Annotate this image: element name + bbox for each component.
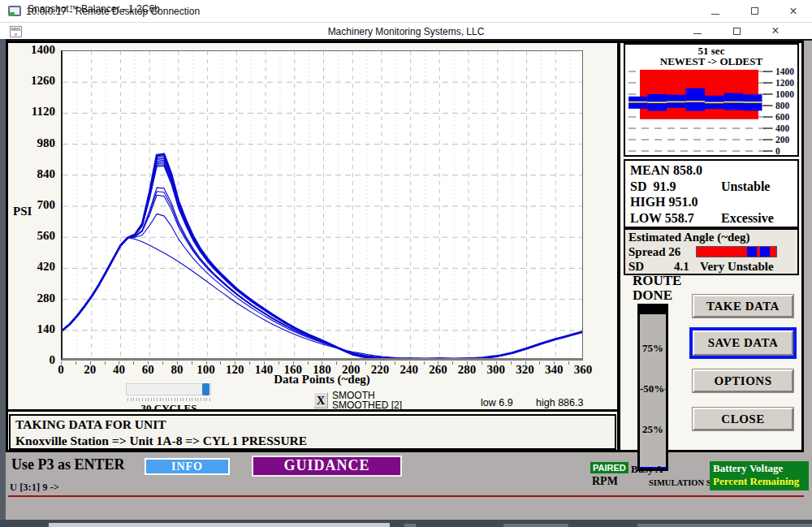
taskbar-item[interactable] xyxy=(404,524,416,527)
percent-remaining-label: Percent Remaining xyxy=(713,475,806,488)
slider-tick-marks xyxy=(127,398,211,401)
app-minimize-button[interactable] xyxy=(685,23,710,39)
panel-divider xyxy=(617,41,620,452)
guidance-button[interactable]: GUIDANCE xyxy=(252,456,402,477)
y-tick-label: 420 xyxy=(0,260,55,274)
enter-hint: Use P3 as ENTER xyxy=(11,456,125,473)
history-direction: NEWEST -> OLDEST xyxy=(624,55,799,68)
taskbar-item[interactable] xyxy=(637,524,812,527)
pressure-trace xyxy=(63,165,583,359)
pressure-trace xyxy=(63,163,583,359)
angle-status: Very Unstable xyxy=(700,259,774,274)
stat-sd: SD 91.9 Unstable xyxy=(630,179,797,195)
close-button[interactable]: CLOSE xyxy=(693,408,793,430)
smooth-labels: SMOOTH SMOOTHED [2] xyxy=(332,391,402,410)
paired-badge: PAIRED xyxy=(590,462,628,473)
y-tick-label: 980 xyxy=(0,136,55,150)
route-progress-bar: 75% -50%- 25% xyxy=(637,304,668,471)
route-done-label: ROUTE DONE xyxy=(633,274,681,303)
hist-tick-label: 1200 xyxy=(775,78,794,88)
route-75-label: 75% xyxy=(640,342,666,355)
y-axis-title: PSI xyxy=(13,205,32,218)
pressure-trace xyxy=(63,158,583,359)
high-readout: high 886.3 xyxy=(536,397,583,408)
route-50-label: -50%- xyxy=(640,382,666,395)
mms-logo-icon: MMSo xyxy=(10,26,22,37)
pressure-chart xyxy=(61,50,583,361)
taskbar[interactable] xyxy=(0,520,812,527)
angle-sd-row: SD 4.1 Very Unstable xyxy=(628,259,794,274)
status-line2: Knoxville Station => Unit 1A-8 => CYL 1 … xyxy=(15,433,610,449)
y-tick-label: 1260 xyxy=(0,74,55,88)
pressure-trace xyxy=(63,195,583,359)
hist-tick-label: 400 xyxy=(775,123,790,133)
pressure-trace xyxy=(63,214,583,359)
y-tick-label: 1120 xyxy=(0,105,55,119)
pressure-trace xyxy=(63,188,583,359)
slider-thumb[interactable] xyxy=(202,383,209,395)
estimated-angle-box: Estimated Angle (~deg) Spread 26 SD 4.1 … xyxy=(624,228,799,275)
rdp-close-button[interactable]: × xyxy=(781,0,806,22)
minimize-icon xyxy=(711,8,719,15)
footer-divider xyxy=(8,495,804,497)
taskbar-item[interactable] xyxy=(49,523,390,527)
battery-status-box: Battery Voltage Percent Remaining xyxy=(710,461,809,490)
pressure-trace xyxy=(63,154,583,359)
maximize-icon xyxy=(751,7,758,15)
hist-tick-label: 1400 xyxy=(775,68,794,76)
cycles-label: 30 CYCLES xyxy=(116,402,222,415)
angle-title: Estimated Angle (~deg) xyxy=(628,230,794,244)
hist-tick-label: 200 xyxy=(775,135,790,145)
close-icon: × xyxy=(771,27,779,35)
smooth-toggle-checkbox[interactable]: X xyxy=(313,392,328,408)
hist-tick-label: 800 xyxy=(775,101,790,110)
app-maximize-button[interactable] xyxy=(724,23,749,39)
app-close-button[interactable]: × xyxy=(763,23,788,39)
route-25-label: 25% xyxy=(640,423,666,436)
history-chart: 1400120010008006004002000 xyxy=(625,68,797,155)
y-tick-label: 140 xyxy=(0,322,55,336)
y-tick-label: 840 xyxy=(0,167,55,181)
unit-counter: U [3:1] 9 -> xyxy=(10,482,59,494)
options-button[interactable]: OPTIONS xyxy=(693,369,793,392)
smoothed-label: SMOOTHED [2] xyxy=(332,400,402,410)
stat-high: HIGH 951.0 xyxy=(630,194,797,210)
close-icon: × xyxy=(789,7,797,15)
sd-status: Unstable xyxy=(721,179,770,195)
minimize-icon xyxy=(693,28,702,34)
battery-voltage-label: Battery Voltage xyxy=(713,462,806,475)
status-line1: TAKING DATA FOR UNIT xyxy=(15,417,610,433)
hist-tick-label: 600 xyxy=(775,112,790,122)
stat-low: LOW 558.7 Excessive xyxy=(630,210,797,227)
rdp-maximize-button[interactable] xyxy=(742,0,767,22)
y-tick-label: 560 xyxy=(0,229,55,243)
stat-mean: MEAN 858.0 xyxy=(630,162,797,179)
y-tick-label: 1400 xyxy=(0,43,55,57)
pressure-trace xyxy=(63,160,583,359)
taskbar-item[interactable] xyxy=(503,524,568,527)
rpm-label: RPM xyxy=(592,475,618,488)
take-data-button[interactable]: TAKE DATA xyxy=(693,295,793,317)
save-data-button[interactable]: SAVE DATA xyxy=(693,330,793,356)
pressure-trace xyxy=(63,192,583,359)
chart-separator xyxy=(6,409,620,412)
spread-bar xyxy=(696,246,777,257)
low-status: Excessive xyxy=(721,210,774,227)
cycles-slider[interactable] xyxy=(126,383,211,395)
hist-tick-label: 0 xyxy=(775,146,780,155)
app-title: Snapshot™ Balancer - 1.2C6b xyxy=(28,3,160,15)
low-readout: low 6.9 xyxy=(481,397,513,408)
stats-box: MEAN 858.0 SD 91.9 Unstable HIGH 951.0 L… xyxy=(624,159,799,228)
busy-status: Busy A xyxy=(631,463,663,476)
pressure-trace xyxy=(63,158,583,360)
hist-tick-label: 1000 xyxy=(775,89,794,99)
status-box: TAKING DATA FOR UNIT Knoxville Station =… xyxy=(9,414,616,450)
maximize-icon xyxy=(733,28,741,35)
route-segment xyxy=(640,313,666,314)
screen: { "rdp": { "title": "10.0.0.17 - Remote … xyxy=(0,0,812,527)
pressure-trace xyxy=(63,156,583,359)
rdp-minimize-button[interactable] xyxy=(703,0,728,22)
y-tick-label: 280 xyxy=(0,292,55,305)
info-button[interactable]: INFO xyxy=(145,458,230,475)
remote-desktop-icon xyxy=(8,6,21,16)
